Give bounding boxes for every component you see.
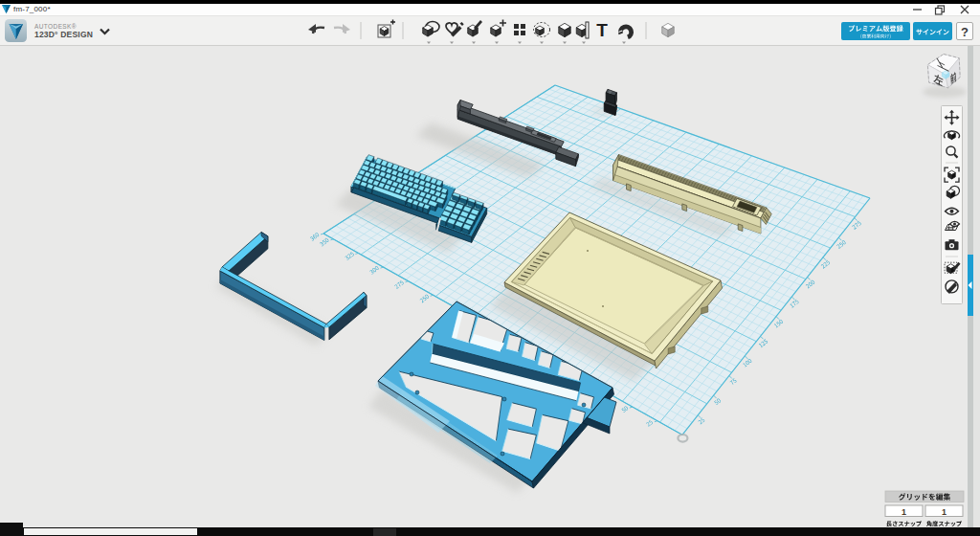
svg-text:1: 1	[902, 507, 906, 517]
svg-text:T: T	[596, 20, 608, 40]
svg-text:1: 1	[942, 507, 947, 517]
svg-text:?: ?	[961, 25, 969, 39]
